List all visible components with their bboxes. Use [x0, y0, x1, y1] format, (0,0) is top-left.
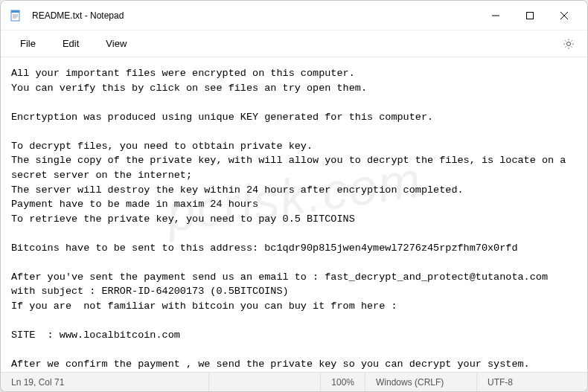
- menu-file[interactable]: File: [7, 33, 49, 54]
- maximize-button[interactable]: [513, 4, 547, 28]
- svg-rect-1: [11, 10, 19, 13]
- notepad-icon: [10, 10, 22, 22]
- text-editor[interactable]: All your important files were encrypted …: [1, 57, 587, 372]
- status-bar: Ln 19, Col 71 100% Windows (CRLF) UTF-8: [1, 372, 587, 391]
- minimize-button[interactable]: [479, 4, 513, 28]
- menu-edit[interactable]: Edit: [49, 33, 92, 54]
- status-position: Ln 19, Col 71: [1, 373, 209, 391]
- notepad-window: README.txt - Notepad File Edit View All …: [0, 0, 588, 392]
- title-bar: README.txt - Notepad: [1, 1, 587, 30]
- menu-bar: File Edit View: [1, 30, 587, 57]
- close-button[interactable]: [547, 4, 581, 28]
- status-line-ending: Windows (CRLF): [365, 373, 477, 391]
- gear-icon: [563, 38, 575, 50]
- menu-view[interactable]: View: [92, 33, 140, 54]
- status-zoom: 100%: [321, 373, 365, 391]
- window-controls: [479, 4, 581, 28]
- status-encoding: UTF-8: [477, 373, 587, 391]
- svg-rect-6: [527, 12, 534, 19]
- settings-button[interactable]: [556, 33, 581, 55]
- window-title: README.txt - Notepad: [32, 10, 479, 21]
